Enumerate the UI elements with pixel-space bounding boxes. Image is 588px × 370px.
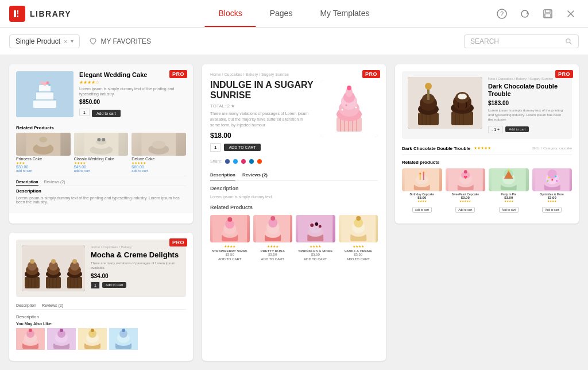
favorites-button[interactable]: MY FAVORITES: [89, 37, 151, 45]
card3-info-stars: ★★★★★: [474, 146, 491, 151]
card2-qty[interactable]: 1: [210, 143, 220, 152]
card2-related-item1: ★★★★ STRAWBERRY SWIRL $3.50 Add To Cart: [210, 215, 250, 261]
logo-area: LIBRARY: [9, 6, 113, 22]
svg-point-68: [270, 216, 275, 221]
template-card-sugary-sunrise[interactable]: PRO Home / Cupcakes / Bakery / Sugary Su…: [202, 64, 386, 361]
svg-point-53: [233, 159, 238, 164]
search-input[interactable]: [470, 37, 562, 45]
svg-point-107: [423, 171, 424, 173]
card4-tab-reviews[interactable]: Reviews (2): [42, 302, 63, 309]
card3-item3-stars: ★★★★: [489, 199, 529, 203]
card4-qty[interactable]: 1: [91, 282, 100, 289]
svg-point-139: [30, 259, 34, 264]
svg-point-106: [419, 172, 421, 174]
card1-add-to-cart[interactable]: Add to cart: [92, 110, 121, 117]
card1-related-img3: [131, 133, 186, 156]
card2-cupcake-image: [320, 80, 378, 137]
svg-point-19: [41, 82, 44, 84]
card1-related-add1[interactable]: add to cart: [16, 169, 71, 172]
card2-add-to-cart[interactable]: ADD TO CART: [224, 144, 260, 151]
header: LIBRARY Blocks Pages My Templates ?: [0, 0, 588, 28]
card1-stars: ★★★★☆: [79, 80, 186, 85]
save-button[interactable]: [540, 6, 556, 22]
logo-text: LIBRARY: [30, 9, 71, 18]
svg-point-17: [43, 82, 47, 86]
card1-related-price2: $45.00: [74, 165, 129, 169]
svg-point-54: [241, 159, 246, 164]
svg-point-32: [102, 138, 105, 141]
card2-item3-add[interactable]: Add To Cart: [296, 257, 335, 261]
card2-item2-price: $3.50: [253, 253, 293, 256]
tab-blocks[interactable]: Blocks: [204, 1, 256, 27]
svg-point-161: [29, 329, 32, 332]
svg-point-49: [342, 109, 343, 111]
close-button[interactable]: [563, 6, 579, 22]
card4-breadcrumb: Home / Cupcakes / Bakery: [91, 245, 180, 249]
card3-related-grid: Birthday Cupcake $3.00 ★★★★ Add to cart: [402, 168, 572, 213]
card2-related-item4: ★★★★ VANILLA CREME $3.50 Add To Cart: [339, 215, 378, 261]
svg-rect-105: [423, 173, 424, 180]
card3-item1-add[interactable]: Add to cart: [412, 207, 432, 213]
card2-tab-reviews[interactable]: Reviews (2): [242, 170, 268, 180]
card4-like-img1: [16, 328, 45, 350]
card3-desc: Lorem ipsum is simply dummy text of the …: [488, 109, 566, 122]
svg-point-130: [556, 180, 557, 182]
card2-related-item3: ★★★★ SPRINKLES & MORE $3.50 Add To Cart: [296, 215, 335, 261]
card3-item2-add[interactable]: Add to cart: [455, 207, 475, 213]
card1-product: Elegant Wedding Cake ★★★★☆ Lorem ipsum i…: [16, 71, 186, 117]
card4-hero: Home / Cupcakes / Bakery Mocha & Creme D…: [16, 240, 186, 297]
card3-add-to-cart[interactable]: Add to cart: [505, 126, 529, 132]
card3-related-title: Related products: [402, 160, 572, 165]
card1-description-label: Description: [16, 188, 186, 194]
template-card-mocha-creme[interactable]: PRO: [9, 233, 193, 361]
card4-like-img2: [47, 328, 76, 350]
card4-add-to-cart[interactable]: Add to Cart: [102, 282, 126, 288]
card3-related-img1: [402, 168, 442, 191]
refresh-button[interactable]: [517, 6, 533, 22]
card2-hero: INDULGE IN A SUGARY SUNRISE TOTAL: 2 ★ T…: [210, 80, 378, 152]
card3-item4-add[interactable]: Add to cart: [542, 207, 562, 213]
filter-dropdown[interactable]: Single Product × ▾: [9, 34, 80, 48]
card3-related-img4: [532, 168, 572, 191]
card1-qty[interactable]: 1: [79, 109, 90, 116]
card1-related-name2: Classic Wedding Cake: [74, 157, 129, 161]
tab-my-templates[interactable]: My Templates: [306, 1, 383, 27]
card2-item4-name: VANILLA CREME: [339, 249, 378, 253]
card2-price: $18.00: [210, 132, 314, 140]
toolbar: Single Product × ▾ MY FAVORITES: [0, 28, 588, 55]
svg-point-62: [227, 217, 232, 222]
svg-point-91: [425, 83, 432, 90]
card3-chocolate-image: [408, 77, 482, 129]
tab-pages[interactable]: Pages: [256, 1, 307, 27]
card2-item2-add[interactable]: Add To Cart: [253, 257, 293, 261]
filter-clear[interactable]: ×: [64, 38, 67, 45]
card1-related-stars2: ★★★★: [74, 161, 129, 165]
card1-related-add2[interactable]: add to cart: [74, 169, 129, 172]
card1-related-add3[interactable]: add to cart: [131, 169, 186, 172]
svg-point-128: [551, 179, 553, 180]
card1-related-name1: Princess Cake: [16, 157, 71, 161]
search-area[interactable]: [464, 34, 579, 48]
svg-rect-3: [17, 16, 18, 17]
card4-desc-label: Description: [16, 314, 186, 319]
svg-rect-140: [46, 277, 61, 288]
help-button[interactable]: ?: [494, 6, 510, 22]
card2-tab-description[interactable]: Description: [210, 170, 235, 180]
card4-tab-description[interactable]: Description: [16, 302, 36, 309]
card3-item3-add[interactable]: Add to cart: [499, 207, 519, 213]
svg-point-155: [72, 259, 77, 264]
card1-related-name3: Deluxe Cake: [131, 157, 186, 161]
svg-point-50: [355, 107, 357, 109]
template-card-dark-chocolate[interactable]: PRO: [395, 64, 579, 223]
svg-rect-148: [67, 277, 82, 288]
card2-item4-add[interactable]: Add To Cart: [339, 257, 378, 261]
svg-point-147: [51, 259, 56, 264]
card3-qty[interactable]: - 1 +: [488, 126, 503, 133]
card4-like-img4: [109, 328, 138, 350]
template-card-wedding-cake[interactable]: PRO: [9, 64, 193, 223]
card2-item4-stars: ★★★★: [339, 244, 378, 248]
card3-text: New / Cupcakes / Bakery / Sugary Sunrise…: [488, 77, 566, 133]
card1-related-item: Princess Cake ★★★ $30.00 add to cart: [16, 133, 71, 172]
card2-item1-add[interactable]: Add To Cart: [210, 257, 250, 261]
pro-badge-3: PRO: [555, 70, 573, 78]
